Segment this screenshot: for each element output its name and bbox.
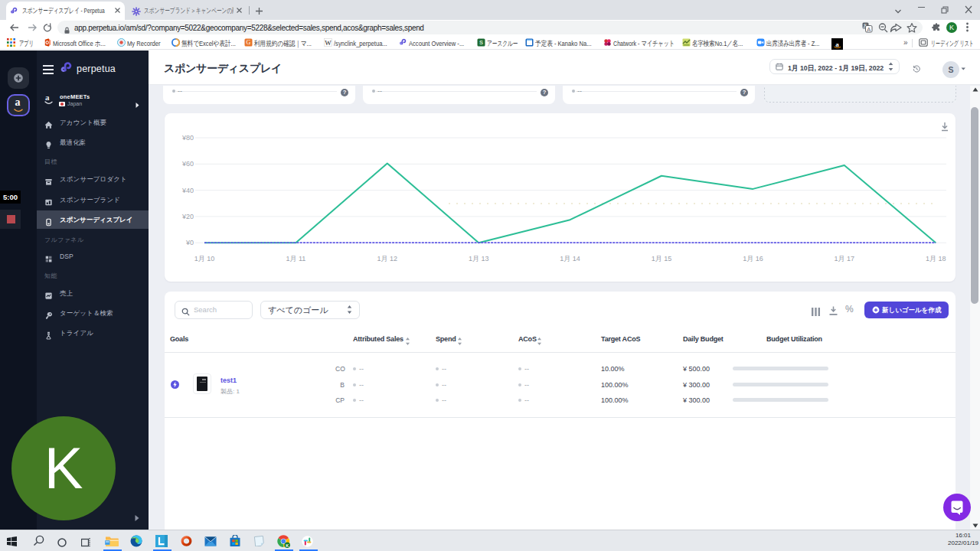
svg-text:S: S [479,39,483,46]
svg-text:A: A [867,26,871,33]
svg-text:1月 14: 1月 14 [560,255,580,262]
svg-text:W: W [325,39,332,47]
svg-text:¥60: ¥60 [181,160,194,168]
svg-text:1月 11: 1月 11 [286,255,305,262]
svg-text:1月 15: 1月 15 [652,255,672,262]
svg-text:1月 18: 1月 18 [926,255,946,262]
svg-text:¥20: ¥20 [181,213,194,220]
svg-text:1月 10: 1月 10 [194,255,215,262]
svg-text:G: G [247,39,251,46]
svg-text:1月 12: 1月 12 [377,255,398,262]
svg-text:K: K [286,543,289,548]
svg-text:1月 16: 1月 16 [743,255,763,262]
svg-text:1月 13: 1月 13 [469,255,489,262]
svg-text:¥80: ¥80 [181,134,194,142]
svg-text:1月 17: 1月 17 [835,255,855,262]
svg-text:¥0: ¥0 [185,239,194,246]
svg-text:¥40: ¥40 [181,187,194,194]
svg-text:a: a [835,41,839,48]
